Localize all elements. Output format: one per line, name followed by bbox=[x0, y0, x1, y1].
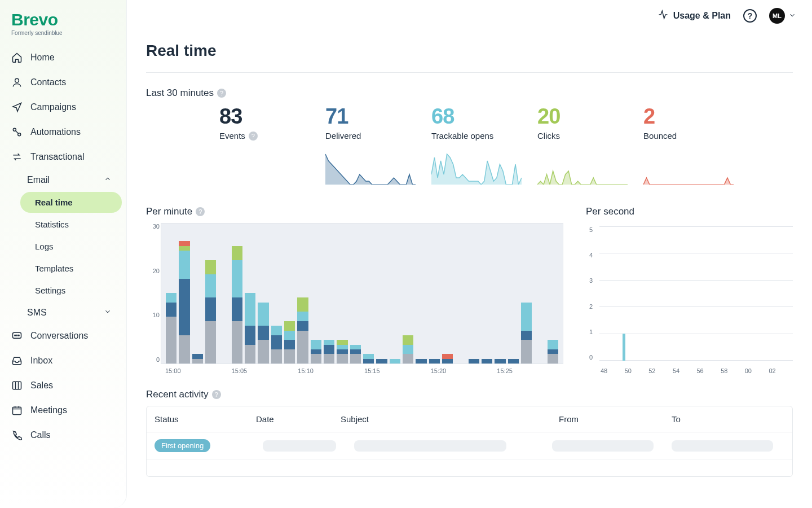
per-second-header: Per second bbox=[586, 206, 793, 217]
help-icon[interactable]: ? bbox=[217, 89, 226, 98]
subnav-sms-toggle[interactable]: SMS bbox=[20, 302, 122, 323]
skeleton bbox=[672, 440, 773, 452]
sidebar-item-automations[interactable]: Automations bbox=[5, 120, 122, 144]
board-icon bbox=[11, 380, 23, 391]
subnav-item-statistics[interactable]: Statistics bbox=[20, 214, 122, 235]
subnav-item-templates[interactable]: Templates bbox=[20, 258, 122, 279]
skeleton bbox=[354, 440, 506, 452]
sparkline-clicks bbox=[537, 151, 643, 186]
sidebar-item-transactional[interactable]: Transactional bbox=[5, 144, 122, 169]
usage-plan-link[interactable]: Usage & Plan bbox=[657, 9, 731, 23]
chevron-up-icon bbox=[104, 175, 112, 185]
stats-row: 83 Events ? 71 Delivered 68 Trackable op… bbox=[146, 104, 793, 186]
stat-clicks-value: 20 bbox=[537, 104, 643, 129]
skeleton bbox=[263, 440, 336, 452]
table-row[interactable]: First opening bbox=[147, 432, 792, 459]
per-minute-chart[interactable] bbox=[161, 223, 563, 364]
usage-plan-label: Usage & Plan bbox=[673, 11, 731, 21]
sidebar-item-label: Automations bbox=[30, 127, 81, 137]
home-icon bbox=[11, 52, 23, 63]
sidebar-item-label: Calls bbox=[30, 430, 51, 440]
col-status: Status bbox=[155, 414, 256, 424]
subnav-item-settings[interactable]: Settings bbox=[20, 280, 122, 301]
stat-bounced: 2 Bounced bbox=[643, 104, 749, 186]
sidebar-item-conversations[interactable]: Conversations bbox=[5, 323, 122, 348]
sidebar-item-sales[interactable]: Sales bbox=[5, 373, 122, 398]
sidebar-item-label: Meetings bbox=[30, 405, 67, 415]
brand-name: Brevo bbox=[11, 10, 115, 29]
table-header: Status Date Subject From To bbox=[147, 406, 792, 432]
sparkline-bounced bbox=[643, 151, 749, 186]
per-minute-header: Per minute ? bbox=[146, 206, 563, 217]
per-second-block: Per second 543210 4850525456580002 bbox=[586, 191, 793, 374]
sidebar-item-campaigns[interactable]: Campaigns bbox=[5, 95, 122, 120]
svg-point-0 bbox=[15, 78, 19, 82]
sidebar-item-meetings[interactable]: Meetings bbox=[5, 398, 122, 423]
chat-icon bbox=[11, 330, 23, 341]
table-row[interactable] bbox=[147, 459, 792, 476]
recent-activity-table: Status Date Subject From To First openin… bbox=[146, 406, 793, 477]
sidebar-item-label: Campaigns bbox=[30, 102, 76, 112]
content: Real time Last 30 minutes ? 83 Events ? … bbox=[127, 32, 812, 508]
sidebar-item-label: Inbox bbox=[30, 356, 52, 366]
phone-icon bbox=[11, 430, 23, 441]
skeleton bbox=[552, 440, 654, 452]
primary-nav: Home Contacts Campaigns Automations Tran… bbox=[0, 41, 126, 508]
status-badge: First opening bbox=[155, 439, 210, 452]
send-icon bbox=[11, 102, 23, 113]
brand-tagline: Formerly sendinblue bbox=[11, 30, 115, 36]
svg-rect-7 bbox=[13, 382, 21, 389]
avatar: ML bbox=[769, 8, 785, 24]
stat-bounced-value: 2 bbox=[643, 104, 749, 129]
per-second-xaxis: 4850525456580002 bbox=[586, 367, 793, 374]
inbox-icon bbox=[11, 355, 23, 366]
stat-delivered-value: 71 bbox=[325, 104, 431, 129]
topbar: Usage & Plan ? ML bbox=[127, 0, 812, 32]
page-title: Real time bbox=[146, 32, 793, 73]
help-icon[interactable]: ? bbox=[249, 132, 258, 141]
svg-rect-8 bbox=[13, 407, 21, 414]
svg-point-6 bbox=[19, 335, 20, 336]
main: Usage & Plan ? ML Real time Last 30 minu… bbox=[127, 0, 812, 508]
per-minute-block: Per minute ? 3020100 15:0015:0515:1015:1… bbox=[146, 191, 563, 374]
sparkline-opens bbox=[431, 151, 537, 186]
sidebar-item-inbox[interactable]: Inbox bbox=[5, 348, 122, 373]
swap-icon bbox=[11, 151, 23, 163]
subnav-item-realtime[interactable]: Real time bbox=[20, 192, 122, 213]
sidebar-item-label: Contacts bbox=[30, 77, 66, 87]
user-icon bbox=[11, 77, 23, 88]
per-second-chart[interactable]: 543210 bbox=[586, 223, 793, 364]
stat-clicks-label: Clicks bbox=[537, 131, 643, 141]
brand-logo[interactable]: Brevo Formerly sendinblue bbox=[0, 0, 126, 41]
col-subject: Subject bbox=[341, 414, 559, 424]
help-icon[interactable]: ? bbox=[212, 390, 221, 399]
stat-clicks: 20 Clicks bbox=[537, 104, 643, 186]
subnav-email-label: Email bbox=[27, 175, 50, 185]
per-minute-yaxis: 3020100 bbox=[146, 223, 160, 363]
account-menu[interactable]: ML bbox=[769, 8, 796, 24]
stat-opens-value: 68 bbox=[431, 104, 537, 129]
help-icon[interactable]: ? bbox=[196, 207, 205, 216]
col-to: To bbox=[672, 414, 784, 424]
stat-events: 83 Events ? bbox=[219, 104, 325, 186]
chevron-down-icon bbox=[788, 11, 796, 21]
charts-row: Per minute ? 3020100 15:0015:0515:1015:1… bbox=[146, 191, 793, 374]
chevron-down-icon bbox=[104, 308, 112, 318]
subnav-email-toggle[interactable]: Email bbox=[20, 169, 122, 191]
stat-events-label: Events ? bbox=[219, 131, 325, 141]
svg-point-5 bbox=[16, 335, 17, 336]
summary-header: Last 30 minutes ? bbox=[146, 87, 793, 99]
recent-header: Recent activity ? bbox=[146, 389, 793, 400]
sidebar-item-contacts[interactable]: Contacts bbox=[5, 70, 122, 95]
col-from: From bbox=[559, 414, 672, 424]
sidebar-item-calls[interactable]: Calls bbox=[5, 423, 122, 448]
help-button[interactable]: ? bbox=[743, 9, 757, 23]
subnav-item-logs[interactable]: Logs bbox=[20, 236, 122, 257]
col-date: Date bbox=[256, 414, 341, 424]
transactional-subnav: Email Real time Statistics Logs Template… bbox=[5, 169, 122, 323]
activity-icon bbox=[657, 9, 669, 23]
sidebar-item-home[interactable]: Home bbox=[5, 45, 122, 70]
stat-delivered: 71 Delivered bbox=[325, 104, 431, 186]
sidebar-item-label: Transactional bbox=[30, 152, 84, 162]
sidebar-item-label: Conversations bbox=[30, 331, 88, 341]
